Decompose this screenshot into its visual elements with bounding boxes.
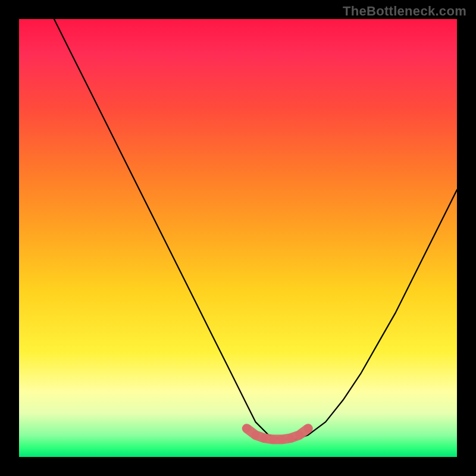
chart-frame: TheBottleneck.com: [0, 0, 476, 476]
svg-point-4: [278, 436, 286, 444]
svg-point-1: [251, 431, 259, 439]
svg-point-7: [304, 424, 312, 433]
svg-point-2: [260, 434, 268, 442]
svg-point-0: [243, 424, 251, 433]
plot-area: [19, 19, 457, 457]
chart-svg: [19, 19, 457, 457]
bottleneck-markers: [243, 424, 312, 443]
svg-point-5: [286, 434, 295, 442]
bottleneck-curve: [54, 19, 457, 440]
svg-point-3: [269, 436, 277, 444]
watermark-text: TheBottleneck.com: [343, 4, 466, 19]
svg-point-6: [295, 431, 303, 439]
